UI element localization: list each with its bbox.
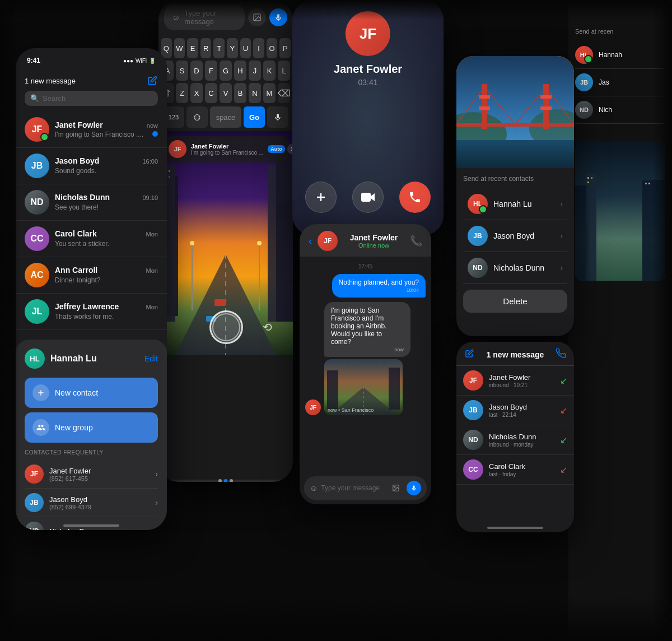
- calls-phone-icon[interactable]: [556, 349, 566, 361]
- key-space[interactable]: space: [210, 106, 241, 128]
- gallery-icon[interactable]: [179, 322, 190, 333]
- share-contact-name-jason: Jason Boyd: [493, 231, 534, 240]
- key-go[interactable]: Go: [244, 106, 265, 128]
- key-n[interactable]: N: [249, 83, 261, 103]
- end-call-button[interactable]: [399, 182, 431, 213]
- key-k[interactable]: K: [263, 61, 276, 81]
- contact-item-nicholas[interactable]: ND Nicholas Dunn 09:10 See you there!: [16, 184, 167, 221]
- recent-item-hannah[interactable]: HL Hannah: [575, 41, 665, 69]
- bridge-svg: [456, 56, 574, 168]
- freq-item-jason[interactable]: JB Jason Boyd (852) 699-4379 ›: [25, 489, 158, 517]
- chat-header: ‹ JF Janet Fowler Online now 📞: [300, 224, 431, 257]
- status-bar-1: 9:41 ●●● WiFi 🔋: [16, 48, 167, 73]
- call-item-nicholas2[interactable]: ND Nicholas Dunn inbound · monday ↙: [456, 425, 574, 455]
- key-e[interactable]: E: [187, 38, 198, 58]
- key-l[interactable]: L: [278, 61, 290, 81]
- key-backspace[interactable]: ⌫: [278, 83, 290, 103]
- key-z[interactable]: Z: [176, 83, 188, 103]
- contact-item-carol[interactable]: CC Carol Clark Mon You sent a sticker.: [16, 221, 167, 257]
- share-contact-jason[interactable]: JB Jason Boyd ›: [463, 220, 567, 252]
- recent-item-nicholas3[interactable]: ND Nich: [575, 96, 665, 124]
- contact-item-ann[interactable]: AC Ann Carroll Mon Dinner tonight?: [16, 257, 167, 294]
- freq-info-jason: Jason Boyd (852) 699-4379: [49, 495, 150, 510]
- freq-item-janet[interactable]: JF Janet Fowler (852) 617-455 ›: [25, 460, 158, 489]
- chat-input-bar[interactable]: ☺ Type your message: [304, 476, 427, 500]
- key-g[interactable]: G: [220, 61, 232, 81]
- contact-item-jeffrey[interactable]: JL Jeffrey Lawrence Mon Thats works for …: [16, 294, 167, 330]
- recent-name-hannah: Hannah: [599, 51, 622, 59]
- dot-3: [230, 479, 233, 482]
- call-info-janet: Janet Fowler inbound · 10:21: [489, 373, 554, 388]
- key-mic[interactable]: [267, 106, 288, 128]
- key-p[interactable]: P: [279, 38, 291, 58]
- delete-button[interactable]: Delete: [463, 290, 567, 313]
- contact-item-jason[interactable]: JB Jason Boyd 16:00 Sound goods.: [16, 148, 167, 184]
- key-b[interactable]: B: [234, 83, 246, 103]
- compose-icon[interactable]: [147, 75, 158, 86]
- preview-message: I'm going to San Francisco ...: [191, 150, 263, 156]
- key-u[interactable]: U: [240, 38, 251, 58]
- call-direction-nicholas2: ↙: [560, 435, 567, 445]
- key-emoji[interactable]: ☺: [186, 106, 208, 128]
- key-j[interactable]: J: [249, 61, 261, 81]
- bubble-text-2: I'm going to San Francisco and I'm booki…: [331, 306, 386, 346]
- freq-avatar-janet: JF: [25, 465, 44, 484]
- share-contact-nicholas[interactable]: ND Nicholas Dunn ›: [463, 252, 567, 284]
- new-contact-button[interactable]: New contact: [25, 378, 158, 408]
- key-t[interactable]: T: [213, 38, 225, 58]
- compose-calls-icon[interactable]: [464, 349, 474, 361]
- key-x[interactable]: X: [190, 83, 203, 103]
- phone-share-sheet: Send at recent contacts HL Hannah Lu › J…: [456, 56, 574, 336]
- svg-rect-55: [645, 183, 647, 184]
- phone-call-icon[interactable]: 📞: [410, 235, 422, 247]
- search-bar[interactable]: 🔍 Search: [25, 91, 158, 106]
- chat-header-info: Janet Fowler Online now: [343, 233, 404, 249]
- freq-avatar-jason: JB: [25, 493, 44, 512]
- key-d[interactable]: D: [190, 61, 203, 81]
- call-name-janet: Janet Fowler: [489, 373, 554, 382]
- add-call-button[interactable]: [305, 182, 337, 213]
- call-name-jason2: Jason Boyd: [489, 403, 554, 411]
- back-button[interactable]: ‹: [309, 235, 312, 247]
- key-c[interactable]: C: [205, 83, 217, 103]
- freq-name-jason: Jason Boyd: [49, 495, 150, 504]
- chat-image-icon[interactable]: [389, 481, 403, 495]
- key-m[interactable]: M: [263, 83, 276, 103]
- avatar-carol: CC: [25, 226, 49, 251]
- key-v[interactable]: V: [220, 83, 232, 103]
- share-contact-name-nicholas: Nicholas Dunn: [493, 263, 544, 272]
- call-item-janet[interactable]: JF Janet Fowler inbound · 10:21 ↙: [456, 366, 574, 396]
- key-w[interactable]: W: [174, 38, 185, 58]
- call-item-carol2[interactable]: CC Carol Clark last · friday ↙: [456, 455, 574, 485]
- key-h[interactable]: H: [234, 61, 246, 81]
- calls-header: 1 new message: [456, 342, 574, 366]
- contact-info-ann: Ann Carroll Mon Dinner tonight?: [55, 266, 158, 285]
- voice-record-icon[interactable]: [269, 8, 287, 26]
- svg-rect-42: [540, 95, 552, 99]
- keyboard-row-3: ⇧ Z X C V B N M ⌫: [161, 83, 291, 103]
- video-call-button[interactable]: [352, 182, 384, 213]
- freq-item-nicholas[interactable]: ND Nicholas Dunn ›: [25, 517, 158, 530]
- key-o[interactable]: O: [267, 38, 278, 58]
- contact-name-janet: Janet Fowler: [55, 120, 103, 129]
- flip-camera-icon[interactable]: ⟲: [263, 320, 272, 334]
- freq-number-janet: (852) 617-455: [49, 475, 150, 482]
- key-s[interactable]: S: [176, 61, 188, 81]
- share-contact-hannah[interactable]: HL Hannah Lu ›: [463, 188, 567, 220]
- freq-avatar-nicholas: ND: [25, 522, 44, 530]
- freq-info-janet: Janet Fowler (852) 617-455: [49, 467, 150, 482]
- key-f[interactable]: F: [205, 61, 217, 81]
- chat-mic-icon[interactable]: [407, 481, 421, 495]
- new-group-button[interactable]: New group: [25, 412, 158, 443]
- key-y[interactable]: Y: [227, 38, 238, 58]
- message-input-bar[interactable]: ☺ Type your message: [164, 4, 245, 30]
- share-avatar-jason: JB: [468, 226, 488, 246]
- contact-item-janet[interactable]: JF Janet Fowler now I'm going to San Fra…: [16, 112, 167, 148]
- key-r[interactable]: R: [200, 38, 212, 58]
- edit-profile-button[interactable]: Edit: [144, 354, 158, 363]
- call-item-jason2[interactable]: JB Jason Boyd last · 22:14 ↙: [456, 396, 574, 425]
- key-i[interactable]: I: [253, 38, 264, 58]
- shutter-button[interactable]: [209, 310, 243, 344]
- recent-item-jason3[interactable]: JB Jas: [575, 69, 665, 96]
- image-attach-icon[interactable]: [248, 8, 266, 26]
